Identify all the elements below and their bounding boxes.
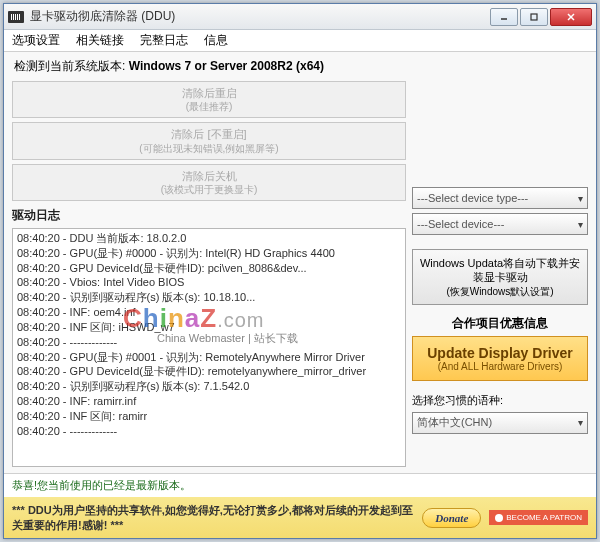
donate-button[interactable]: Donate [422,508,481,528]
version-value: Windows 7 or Server 2008R2 (x64) [129,59,324,73]
log-line: 08:40:20 - INF 区间: iHSWD_w7 [17,320,401,335]
device-type-select[interactable]: ---Select device type--- [412,187,588,209]
log-line: 08:40:20 - INF 区间: ramirr [17,409,401,424]
log-label: 驱动日志 [12,207,406,224]
language-label: 选择您习惯的语种: [412,393,588,408]
windows-update-button[interactable]: Windows Updata将自动下载并安装显卡驱动 (恢复Windows默认设… [412,249,588,305]
app-window: 显卡驱动彻底清除器 (DDU) 选项设置 相关链接 完整日志 信息 检测到当前系… [3,3,597,539]
svg-rect-1 [531,14,537,20]
partner-label: 合作项目优惠信息 [412,315,588,332]
log-line: 08:40:20 - DDU 当前版本: 18.0.2.0 [17,231,401,246]
menu-info[interactable]: 信息 [204,32,228,49]
log-line: 08:40:20 - GPU(显卡) #0000 - 识别为: Intel(R)… [17,246,401,261]
device-select[interactable]: ---Select device--- [412,213,588,235]
log-line: 08:40:20 - ------------- [17,424,401,439]
log-line: 08:40:20 - GPU(显卡) #0001 - 识别为: Remotely… [17,350,401,365]
log-line: 08:40:20 - GPU DeviceId(显卡硬件ID): remotel… [17,364,401,379]
log-line: 08:40:20 - ------------- [17,335,401,350]
menu-logs[interactable]: 完整日志 [140,32,188,49]
version-prefix: 检测到当前系统版本: [14,59,129,73]
content-area: 检测到当前系统版本: Windows 7 or Server 2008R2 (x… [4,52,596,538]
titlebar: 显卡驱动彻底清除器 (DDU) [4,4,596,30]
clear-shutdown-button: 清除后关机 (该模式用于更换显卡) [12,164,406,201]
window-title: 显卡驱动彻底清除器 (DDU) [30,8,490,25]
main-area: 清除后重启 (最佳推荐) 清除后 [不重启] (可能出现未知错误,例如黑屏等) … [4,81,596,473]
close-button[interactable] [550,8,592,26]
update-driver-button[interactable]: Update Display Driver (And ALL Hardware … [412,336,588,381]
minimize-button[interactable] [490,8,518,26]
clear-norestart-button: 清除后 [不重启] (可能出现未知错误,例如黑屏等) [12,122,406,159]
status-bar: 恭喜!您当前使用的已经是最新版本。 [4,473,596,497]
log-line: 08:40:20 - 识别到驱动程序(s) 版本(s): 10.18.10... [17,290,401,305]
right-column: ---Select device type--- ---Select devic… [412,81,588,467]
footer-text: *** DDU为用户坚持的共享软件,如您觉得好,无论打赏多少,都将对后续的开发起… [12,503,414,532]
language-select[interactable]: 简体中文(CHN) [412,412,588,434]
window-controls [490,8,592,26]
menubar: 选项设置 相关链接 完整日志 信息 [4,30,596,52]
log-line: 08:40:20 - INF: ramirr.inf [17,394,401,409]
patron-button[interactable]: BECOME A PATRON [489,510,588,525]
version-row: 检测到当前系统版本: Windows 7 or Server 2008R2 (x… [4,52,596,81]
menu-options[interactable]: 选项设置 [12,32,60,49]
log-line: 08:40:20 - INF: oem4.inf [17,305,401,320]
log-box[interactable]: 08:40:20 - DDU 当前版本: 18.0.2.0 08:40:20 -… [12,228,406,468]
log-line: 08:40:20 - GPU DeviceId(显卡硬件ID): pci\ven… [17,261,401,276]
left-column: 清除后重启 (最佳推荐) 清除后 [不重启] (可能出现未知错误,例如黑屏等) … [12,81,406,467]
menu-links[interactable]: 相关链接 [76,32,124,49]
maximize-button[interactable] [520,8,548,26]
clear-restart-button: 清除后重启 (最佳推荐) [12,81,406,118]
app-icon [8,11,24,23]
footer: *** DDU为用户坚持的共享软件,如您觉得好,无论打赏多少,都将对后续的开发起… [4,497,596,538]
log-line: 08:40:20 - Vbios: Intel Video BIOS [17,275,401,290]
log-line: 08:40:20 - 识别到驱动程序(s) 版本(s): 7.1.542.0 [17,379,401,394]
